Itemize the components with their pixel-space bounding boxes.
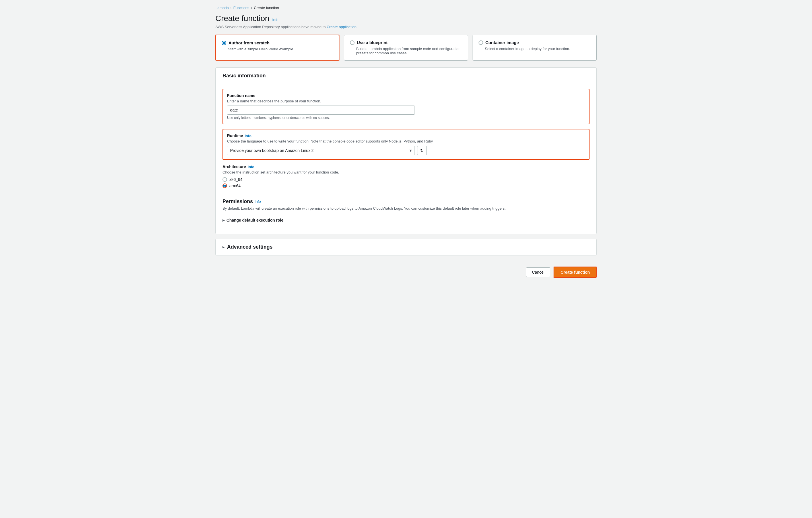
architecture-x86-label: x86_64 <box>229 177 242 182</box>
option-card-header-1: Use a blueprint <box>350 40 462 45</box>
permissions-title: Permissions <box>223 199 253 204</box>
option-card-container-image[interactable]: Container image Select a container image… <box>472 35 597 61</box>
architecture-info-link[interactable]: Info <box>248 165 254 169</box>
runtime-field: Runtime Info Choose the language to use … <box>223 129 589 160</box>
change-execution-role-label: Change default execution role <box>227 218 283 223</box>
sar-notice: AWS Serverless Application Repository ap… <box>215 25 597 29</box>
page-info-link[interactable]: Info <box>272 18 279 22</box>
architecture-arm64-option[interactable]: arm64 <box>223 183 589 188</box>
runtime-label: Runtime Info <box>227 134 585 138</box>
function-name-input[interactable] <box>227 106 415 115</box>
runtime-refresh-button[interactable]: ↻ <box>417 146 427 155</box>
radio-container-image[interactable] <box>478 40 483 45</box>
option-desc-2: Select a container image to deploy for y… <box>485 47 591 51</box>
cancel-button[interactable]: Cancel <box>526 267 551 277</box>
panel-title: Basic information <box>223 73 266 79</box>
option-desc-1: Build a Lambda application from sample c… <box>356 47 462 55</box>
permissions-info-link[interactable]: Info <box>255 199 261 204</box>
page-title-row: Create function Info <box>215 14 597 23</box>
page-title: Create function <box>215 14 269 23</box>
refresh-icon: ↻ <box>420 148 424 153</box>
architecture-label-row: Architecture Info <box>223 165 589 169</box>
advanced-settings-title: Advanced settings <box>227 244 272 250</box>
runtime-info-link[interactable]: Info <box>245 134 252 138</box>
breadcrumb-lambda-link[interactable]: Lambda <box>215 6 229 10</box>
advanced-chevron-icon: ▶ <box>223 246 225 249</box>
basic-information-panel: Basic information Function name Enter a … <box>215 67 597 234</box>
breadcrumb: Lambda › Functions › Create function <box>215 6 597 10</box>
architecture-arm64-label: arm64 <box>229 183 241 188</box>
permissions-title-row: Permissions Info <box>223 199 589 204</box>
create-function-button[interactable]: Create function <box>554 267 597 278</box>
runtime-row: Node.js 18.xNode.js 16.xPython 3.11Pytho… <box>227 146 585 155</box>
function-name-hint: Use only letters, numbers, hyphens, or u… <box>227 116 585 120</box>
architecture-section: Architecture Info Choose the instruction… <box>223 165 589 188</box>
permissions-desc: By default, Lambda will create an execut… <box>223 206 589 210</box>
option-card-header-2: Container image <box>478 40 591 45</box>
runtime-select-wrapper: Node.js 18.xNode.js 16.xPython 3.11Pytho… <box>227 146 415 155</box>
function-name-label: Function name <box>227 93 585 98</box>
option-label-1: Use a blueprint <box>357 40 387 45</box>
runtime-desc: Choose the language to use to write your… <box>227 139 585 143</box>
breadcrumb-sep-1: › <box>230 6 232 10</box>
chevron-right-icon: ▶ <box>223 219 225 222</box>
option-cards-container: Author from scratch Start with a simple … <box>215 35 597 61</box>
radio-arm64[interactable] <box>223 183 227 188</box>
advanced-settings-panel: ▶ Advanced settings <box>215 239 597 255</box>
option-desc-0: Start with a simple Hello World example. <box>228 47 333 51</box>
function-name-field: Function name Enter a name that describe… <box>223 89 589 124</box>
radio-author-from-scratch[interactable] <box>222 41 226 45</box>
architecture-desc: Choose the instruction set architecture … <box>223 170 589 174</box>
divider-permissions <box>223 194 589 194</box>
option-card-author-from-scratch[interactable]: Author from scratch Start with a simple … <box>215 35 340 61</box>
advanced-settings-header[interactable]: ▶ Advanced settings <box>216 239 596 255</box>
permissions-section: Permissions Info By default, Lambda will… <box>223 199 589 225</box>
function-name-desc: Enter a name that describes the purpose … <box>227 99 585 103</box>
option-label-2: Container image <box>485 40 519 45</box>
breadcrumb-functions-link[interactable]: Functions <box>233 6 249 10</box>
option-label-0: Author from scratch <box>229 40 269 45</box>
radio-use-blueprint[interactable] <box>350 40 354 45</box>
breadcrumb-current: Create function <box>254 6 279 10</box>
option-card-use-blueprint[interactable]: Use a blueprint Build a Lambda applicati… <box>344 35 468 61</box>
radio-x86[interactable] <box>223 177 227 182</box>
runtime-select[interactable]: Node.js 18.xNode.js 16.xPython 3.11Pytho… <box>227 146 415 155</box>
architecture-x86-option[interactable]: x86_64 <box>223 177 589 182</box>
option-card-header-0: Author from scratch <box>222 40 333 45</box>
breadcrumb-sep-2: › <box>251 6 252 10</box>
sar-create-application-link[interactable]: Create application <box>327 25 356 29</box>
change-execution-role-expand[interactable]: ▶ Change default execution role <box>223 215 589 225</box>
panel-body: Function name Enter a name that describe… <box>216 83 596 234</box>
panel-header: Basic information <box>216 68 596 83</box>
footer-row: Cancel Create function <box>215 262 597 282</box>
